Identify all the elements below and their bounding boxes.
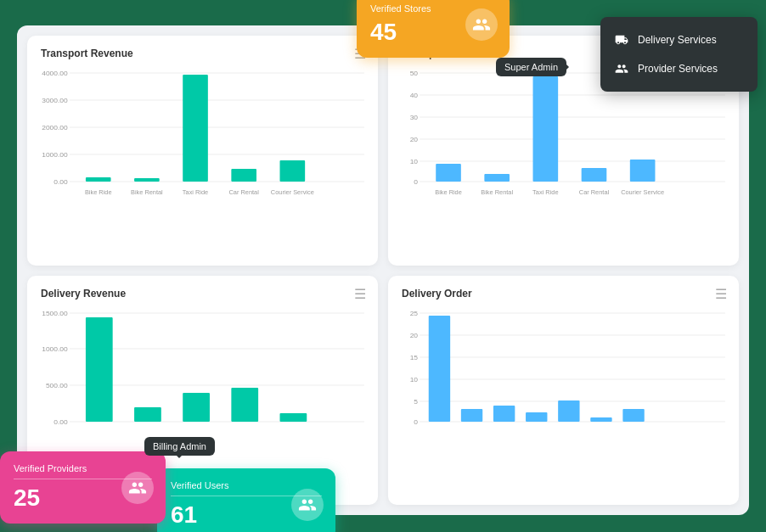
svg-rect-54 (280, 413, 307, 422)
svg-rect-53 (231, 388, 258, 422)
svg-rect-71 (558, 400, 579, 422)
delivery-revenue-chart: 1500.00 1000.00 500.00 0.00 (41, 305, 364, 449)
dropdown-delivery-services[interactable]: Delivery Services (600, 25, 758, 54)
svg-rect-50 (86, 317, 113, 422)
svg-rect-51 (134, 407, 161, 422)
svg-text:Courier Service: Courier Service (621, 188, 664, 196)
svg-rect-14 (183, 75, 208, 182)
verified-providers-icon (121, 472, 154, 504)
svg-text:Bike Ride: Bike Ride (435, 188, 462, 196)
svg-text:0.00: 0.00 (54, 178, 68, 186)
verified-stores-icon (465, 8, 498, 41)
svg-text:5: 5 (414, 398, 418, 406)
svg-text:Taxi Ride: Taxi Ride (183, 188, 208, 196)
delivery-services-icon (614, 32, 629, 48)
svg-text:4000.00: 4000.00 (42, 70, 68, 77)
svg-text:1000.00: 1000.00 (42, 151, 68, 159)
svg-text:10: 10 (410, 376, 419, 384)
svg-text:40: 40 (410, 92, 419, 99)
svg-text:20: 20 (410, 332, 419, 339)
verified-stores-card: Verified Stores 45 (357, 0, 510, 58)
dashboard: Transport Revenue ☰ 4000.00 3000.00 2000… (17, 25, 749, 515)
delivery-order-title: Delivery Order (402, 288, 725, 300)
svg-rect-40 (630, 160, 656, 182)
svg-rect-38 (582, 168, 607, 182)
provider-services-label: Provider Services (638, 63, 718, 75)
svg-text:1500.00: 1500.00 (42, 310, 68, 317)
svg-rect-32 (436, 164, 461, 182)
svg-text:0: 0 (414, 178, 418, 186)
svg-text:Courier Service: Courier Service (271, 188, 314, 196)
svg-text:Bike Rental: Bike Rental (481, 188, 513, 196)
transport-revenue-title: Transport Revenue (41, 48, 364, 59)
svg-rect-67 (429, 316, 450, 422)
delivery-revenue-title: Delivery Revenue (41, 288, 364, 300)
verified-providers-card: Verified Providers 25 (0, 451, 166, 524)
svg-text:30: 30 (410, 114, 419, 121)
transport-revenue-card: Transport Revenue ☰ 4000.00 3000.00 2000… (27, 36, 378, 266)
svg-text:50: 50 (410, 70, 419, 77)
svg-text:Car Rental: Car Rental (579, 188, 610, 196)
svg-text:10: 10 (410, 158, 419, 165)
delivery-revenue-menu[interactable]: ☰ (354, 286, 366, 302)
svg-text:15: 15 (410, 354, 419, 361)
svg-text:Bike Rental: Bike Rental (131, 188, 163, 196)
transport-revenue-chart: 4000.00 3000.00 2000.00 1000.00 0.00 Bik… (41, 64, 364, 209)
verified-users-icon (291, 489, 324, 521)
verified-users-label: Verified Users (171, 480, 322, 490)
svg-rect-16 (231, 169, 256, 182)
provider-services-icon (614, 61, 629, 76)
delivery-services-label: Delivery Services (638, 34, 717, 46)
svg-rect-70 (526, 412, 547, 422)
svg-text:20: 20 (410, 136, 419, 143)
svg-rect-34 (484, 174, 510, 182)
delivery-order-card: Delivery Order ☰ 25 20 15 10 5 0 (388, 276, 739, 506)
billing-admin-tooltip: Billing Admin (144, 437, 215, 456)
svg-text:0: 0 (414, 418, 418, 426)
svg-text:500.00: 500.00 (46, 382, 68, 389)
svg-rect-72 (590, 417, 611, 422)
svg-text:3000.00: 3000.00 (42, 97, 68, 104)
delivery-order-menu[interactable]: ☰ (715, 286, 727, 302)
svg-text:1000.00: 1000.00 (42, 345, 68, 353)
svg-text:Bike Ride: Bike Ride (85, 188, 112, 196)
svg-rect-10 (86, 177, 111, 182)
super-admin-tooltip: Super Admin (496, 58, 566, 76)
svg-text:Taxi Ride: Taxi Ride (532, 188, 558, 196)
dropdown-provider-services[interactable]: Provider Services (600, 54, 758, 83)
verified-users-card: Verified Users 61 (157, 468, 335, 532)
svg-text:25: 25 (410, 310, 419, 317)
svg-text:2000.00: 2000.00 (42, 124, 68, 132)
delivery-order-chart: 25 20 15 10 5 0 (402, 305, 725, 449)
svg-text:0.00: 0.00 (54, 418, 68, 426)
svg-rect-68 (461, 409, 482, 422)
svg-rect-12 (134, 178, 160, 182)
svg-rect-69 (493, 406, 515, 422)
svg-rect-73 (622, 409, 644, 422)
svg-rect-18 (280, 160, 306, 182)
dropdown-menu: Delivery Services Provider Services (600, 17, 758, 92)
svg-text:Car Rental: Car Rental (229, 188, 260, 196)
svg-rect-52 (183, 393, 210, 422)
svg-rect-36 (533, 76, 559, 182)
